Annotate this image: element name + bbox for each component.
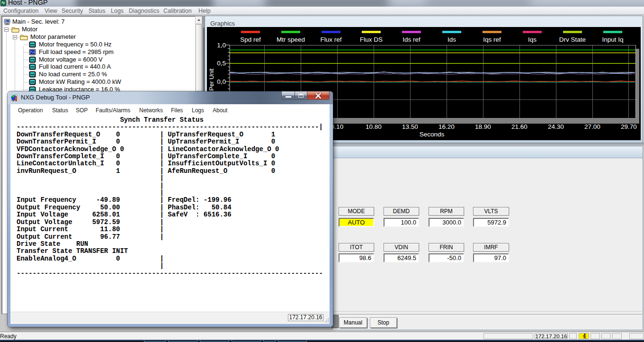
svg-text:1,0: 1,0 [217,42,226,49]
svg-text:21.60: 21.60 [511,123,528,130]
svg-text:Input Iq: Input Iq [602,36,623,43]
svg-text:Spd ref: Spd ref [240,36,261,43]
svg-text:10.80: 10.80 [366,123,382,130]
svg-text:Drv State: Drv State [559,36,586,43]
svg-text:Mtr speed: Mtr speed [277,36,305,43]
svg-text:Iqs: Iqs [528,36,537,43]
svg-text:Flux ref: Flux ref [320,36,341,43]
svg-text:18.90: 18.90 [475,123,491,130]
svg-text:Flux DS: Flux DS [360,36,383,43]
svg-text:27.00: 27.00 [584,123,600,130]
svg-text:Ids ref: Ids ref [402,36,420,43]
svg-text:13.50: 13.50 [402,123,418,130]
svg-text:Seconds: Seconds [420,131,445,138]
svg-text:29.70: 29.70 [621,123,637,130]
svg-text:16.20: 16.20 [438,123,455,130]
svg-text:0,5: 0,5 [217,60,226,67]
svg-text:Per Unit: Per Unit [208,68,215,90]
svg-text:0,0: 0,0 [217,78,226,85]
svg-text:24.30: 24.30 [548,123,564,130]
svg-text:Iqs ref: Iqs ref [483,36,501,43]
svg-text:Ids: Ids [447,36,456,43]
